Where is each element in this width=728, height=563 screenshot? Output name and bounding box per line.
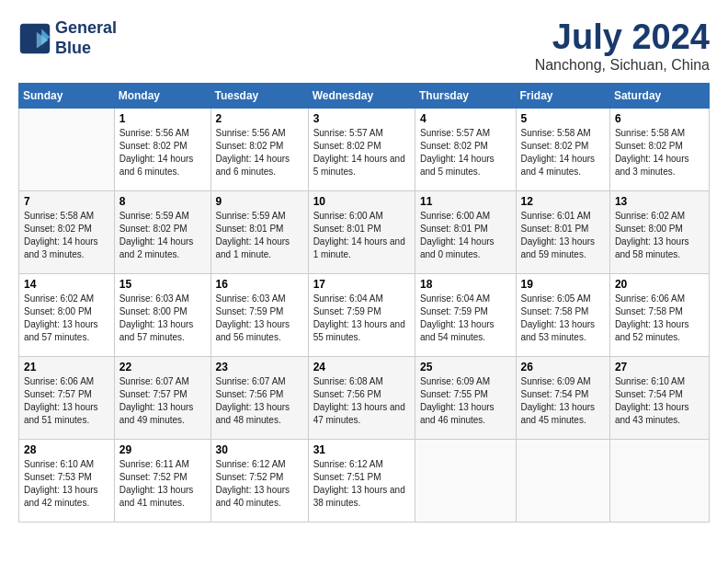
logo-text: General Blue: [55, 18, 117, 58]
day-cell: 24Sunrise: 6:08 AMSunset: 7:56 PMDayligh…: [308, 356, 415, 439]
day-info: Sunrise: 6:00 AMSunset: 8:01 PMDaylight:…: [420, 210, 511, 261]
day-number: 24: [313, 361, 410, 373]
day-info: Sunrise: 6:06 AMSunset: 7:58 PMDaylight:…: [615, 293, 704, 344]
day-number: 12: [521, 195, 605, 208]
week-row-4: 21Sunrise: 6:06 AMSunset: 7:57 PMDayligh…: [19, 356, 710, 439]
day-number: 3: [313, 112, 410, 125]
day-info: Sunrise: 6:11 AMSunset: 7:52 PMDaylight:…: [119, 458, 206, 510]
day-number: 25: [420, 361, 511, 373]
day-info: Sunrise: 6:07 AMSunset: 7:56 PMDaylight:…: [216, 375, 303, 427]
week-row-1: 1Sunrise: 5:56 AMSunset: 8:02 PMDaylight…: [19, 108, 710, 190]
day-info: Sunrise: 5:56 AMSunset: 8:02 PMDaylight:…: [119, 127, 206, 178]
day-cell: [516, 439, 609, 522]
day-info: Sunrise: 5:58 AMSunset: 8:02 PMDaylight:…: [615, 127, 704, 178]
day-cell: 31Sunrise: 6:12 AMSunset: 7:51 PMDayligh…: [308, 439, 415, 522]
day-info: Sunrise: 6:12 AMSunset: 7:52 PMDaylight:…: [216, 458, 303, 510]
day-info: Sunrise: 6:09 AMSunset: 7:55 PMDaylight:…: [420, 375, 511, 427]
day-number: 15: [119, 278, 206, 291]
logo: General Blue: [18, 18, 117, 58]
day-number: 30: [216, 443, 303, 456]
day-number: 8: [119, 195, 206, 208]
day-number: 16: [216, 278, 303, 291]
day-info: Sunrise: 6:03 AMSunset: 8:00 PMDaylight:…: [119, 293, 206, 344]
day-number: 4: [420, 112, 511, 125]
calendar-body: 1Sunrise: 5:56 AMSunset: 8:02 PMDaylight…: [19, 108, 710, 522]
day-number: 9: [216, 195, 303, 208]
day-cell: 6Sunrise: 5:58 AMSunset: 8:02 PMDaylight…: [609, 108, 709, 190]
day-number: 11: [420, 195, 511, 208]
day-number: 26: [521, 361, 605, 373]
header-cell-saturday: Saturday: [609, 83, 709, 108]
day-number: 31: [313, 443, 410, 456]
header-cell-monday: Monday: [114, 83, 210, 108]
calendar-table: SundayMondayTuesdayWednesdayThursdayFrid…: [18, 83, 710, 523]
calendar-header: SundayMondayTuesdayWednesdayThursdayFrid…: [19, 83, 710, 108]
day-cell: 8Sunrise: 5:59 AMSunset: 8:02 PMDaylight…: [114, 190, 210, 273]
header-row: SundayMondayTuesdayWednesdayThursdayFrid…: [19, 83, 710, 108]
day-info: Sunrise: 6:10 AMSunset: 7:53 PMDaylight:…: [24, 458, 109, 510]
day-cell: [19, 108, 115, 190]
title-block: July 2024 Nanchong, Sichuan, China: [535, 18, 710, 74]
day-number: 7: [24, 195, 109, 208]
day-number: 28: [24, 443, 109, 456]
day-cell: 3Sunrise: 5:57 AMSunset: 8:02 PMDaylight…: [308, 108, 415, 190]
day-cell: 9Sunrise: 5:59 AMSunset: 8:01 PMDaylight…: [210, 190, 308, 273]
day-cell: 1Sunrise: 5:56 AMSunset: 8:02 PMDaylight…: [114, 108, 210, 190]
day-cell: 21Sunrise: 6:06 AMSunset: 7:57 PMDayligh…: [19, 356, 115, 439]
logo-line1: General: [55, 18, 117, 37]
day-info: Sunrise: 6:00 AMSunset: 8:01 PMDaylight:…: [313, 210, 410, 261]
day-number: 17: [313, 278, 410, 291]
day-cell: 26Sunrise: 6:09 AMSunset: 7:54 PMDayligh…: [516, 356, 609, 439]
day-cell: 20Sunrise: 6:06 AMSunset: 7:58 PMDayligh…: [609, 273, 709, 356]
day-number: 23: [216, 361, 303, 373]
week-row-3: 14Sunrise: 6:02 AMSunset: 8:00 PMDayligh…: [19, 273, 710, 356]
day-info: Sunrise: 6:04 AMSunset: 7:59 PMDaylight:…: [420, 293, 511, 344]
day-info: Sunrise: 5:58 AMSunset: 8:02 PMDaylight:…: [521, 127, 605, 178]
day-info: Sunrise: 6:06 AMSunset: 7:57 PMDaylight:…: [24, 375, 109, 427]
day-cell: 18Sunrise: 6:04 AMSunset: 7:59 PMDayligh…: [415, 273, 516, 356]
day-number: 29: [119, 443, 206, 456]
day-info: Sunrise: 6:08 AMSunset: 7:56 PMDaylight:…: [313, 375, 410, 427]
day-cell: 13Sunrise: 6:02 AMSunset: 8:00 PMDayligh…: [609, 190, 709, 273]
day-info: Sunrise: 6:12 AMSunset: 7:51 PMDaylight:…: [313, 458, 410, 510]
day-number: 6: [615, 112, 704, 125]
header-cell-friday: Friday: [516, 83, 609, 108]
day-cell: 4Sunrise: 5:57 AMSunset: 8:02 PMDaylight…: [415, 108, 516, 190]
day-cell: 2Sunrise: 5:56 AMSunset: 8:02 PMDaylight…: [210, 108, 308, 190]
day-info: Sunrise: 5:57 AMSunset: 8:02 PMDaylight:…: [313, 127, 410, 178]
day-cell: 5Sunrise: 5:58 AMSunset: 8:02 PMDaylight…: [516, 108, 609, 190]
header-cell-thursday: Thursday: [415, 83, 516, 108]
day-cell: 30Sunrise: 6:12 AMSunset: 7:52 PMDayligh…: [210, 439, 308, 522]
day-cell: 23Sunrise: 6:07 AMSunset: 7:56 PMDayligh…: [210, 356, 308, 439]
day-cell: 15Sunrise: 6:03 AMSunset: 8:00 PMDayligh…: [114, 273, 210, 356]
day-info: Sunrise: 6:07 AMSunset: 7:57 PMDaylight:…: [119, 375, 206, 427]
day-number: 27: [615, 361, 704, 373]
day-info: Sunrise: 6:02 AMSunset: 8:00 PMDaylight:…: [24, 293, 109, 344]
day-info: Sunrise: 5:56 AMSunset: 8:02 PMDaylight:…: [216, 127, 303, 178]
logo-icon: [18, 22, 51, 55]
day-info: Sunrise: 6:04 AMSunset: 7:59 PMDaylight:…: [313, 293, 410, 344]
day-info: Sunrise: 6:03 AMSunset: 7:59 PMDaylight:…: [216, 293, 303, 344]
header-cell-wednesday: Wednesday: [308, 83, 415, 108]
day-number: 22: [119, 361, 206, 373]
day-info: Sunrise: 6:09 AMSunset: 7:54 PMDaylight:…: [521, 375, 605, 427]
day-info: Sunrise: 6:02 AMSunset: 8:00 PMDaylight:…: [615, 210, 704, 261]
day-cell: 28Sunrise: 6:10 AMSunset: 7:53 PMDayligh…: [19, 439, 115, 522]
location-subtitle: Nanchong, Sichuan, China: [535, 57, 710, 74]
week-row-5: 28Sunrise: 6:10 AMSunset: 7:53 PMDayligh…: [19, 439, 710, 522]
day-number: 1: [119, 112, 206, 125]
day-number: 20: [615, 278, 704, 291]
day-cell: 25Sunrise: 6:09 AMSunset: 7:55 PMDayligh…: [415, 356, 516, 439]
day-cell: 22Sunrise: 6:07 AMSunset: 7:57 PMDayligh…: [114, 356, 210, 439]
day-info: Sunrise: 5:57 AMSunset: 8:02 PMDaylight:…: [420, 127, 511, 178]
day-cell: 19Sunrise: 6:05 AMSunset: 7:58 PMDayligh…: [516, 273, 609, 356]
day-info: Sunrise: 5:59 AMSunset: 8:02 PMDaylight:…: [119, 210, 206, 261]
header-cell-tuesday: Tuesday: [210, 83, 308, 108]
day-cell: [609, 439, 709, 522]
day-number: 5: [521, 112, 605, 125]
day-cell: 27Sunrise: 6:10 AMSunset: 7:54 PMDayligh…: [609, 356, 709, 439]
day-info: Sunrise: 6:05 AMSunset: 7:58 PMDaylight:…: [521, 293, 605, 344]
day-number: 18: [420, 278, 511, 291]
day-cell: 7Sunrise: 5:58 AMSunset: 8:02 PMDaylight…: [19, 190, 115, 273]
day-cell: 17Sunrise: 6:04 AMSunset: 7:59 PMDayligh…: [308, 273, 415, 356]
